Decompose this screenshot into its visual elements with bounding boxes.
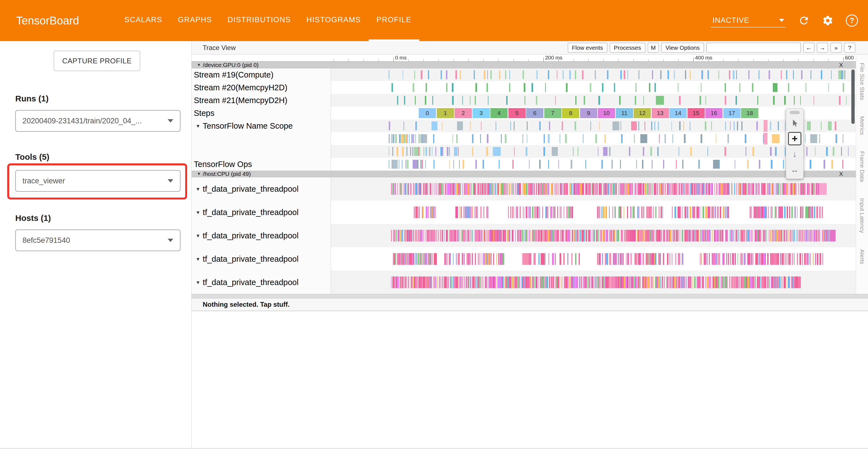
step-block[interactable]: 5 — [508, 108, 526, 118]
view-options-button[interactable]: View Options — [661, 43, 704, 53]
step-block[interactable]: 12 — [633, 108, 651, 118]
cpu-section-header[interactable]: ▾ /host:CPU (pid 49) X — [192, 171, 856, 177]
trace-mark — [677, 183, 677, 195]
zoom-tool-button[interactable]: + — [788, 132, 801, 145]
track-content[interactable] — [331, 132, 856, 145]
step-block[interactable]: 13 — [652, 108, 669, 118]
step-block[interactable]: 8 — [562, 108, 579, 118]
nav-fast-button[interactable]: » — [831, 43, 842, 53]
step-block[interactable]: 15 — [687, 108, 705, 118]
track-label[interactable] — [192, 145, 331, 158]
track-content[interactable] — [331, 271, 856, 294]
status-dropdown[interactable]: INACTIVE — [711, 14, 786, 28]
collapse-arrow-icon[interactable]: ▾ — [196, 256, 199, 262]
track-label[interactable]: Steps — [192, 107, 331, 119]
tab-graphs[interactable]: GRAPHS — [170, 0, 220, 41]
track-label[interactable]: ▾tf_data_private_threadpool — [192, 224, 331, 247]
refresh-icon[interactable] — [798, 15, 810, 26]
drag-handle[interactable] — [790, 111, 800, 114]
m-button[interactable]: M — [648, 43, 659, 53]
collapse-arrow-icon[interactable]: ▾ — [196, 186, 199, 192]
trace-search-input[interactable] — [706, 43, 801, 53]
gear-icon[interactable] — [822, 15, 834, 26]
track-label[interactable]: ▾tf_data_private_threadpool — [192, 271, 331, 294]
side-tab-alerts[interactable]: Alerts — [859, 249, 866, 264]
step-block[interactable]: 1 — [437, 108, 454, 118]
trace-mark — [458, 276, 459, 288]
cpu-close-button[interactable]: X — [839, 171, 843, 177]
step-block[interactable]: 2 — [455, 108, 472, 118]
step-block[interactable]: 14 — [670, 108, 687, 118]
collapse-arrow-icon[interactable]: ▾ — [196, 209, 199, 216]
trace-mark — [658, 121, 659, 130]
track-label[interactable]: TensorFlow Ops — [192, 158, 331, 171]
track-content[interactable] — [331, 119, 856, 132]
tab-distributions[interactable]: DISTRIBUTIONS — [220, 0, 299, 41]
step-block[interactable]: 4 — [490, 108, 507, 118]
gpu-close-button[interactable]: X — [839, 62, 843, 68]
track-content[interactable] — [331, 94, 856, 107]
tab-scalars[interactable]: SCALARS — [117, 0, 170, 41]
track-content[interactable] — [331, 145, 856, 158]
side-tab-metrics[interactable]: Metrics — [859, 116, 866, 135]
panel-splitter[interactable] — [192, 294, 868, 298]
nav-right-button[interactable]: → — [817, 43, 828, 53]
track-label[interactable]: ▾tf_data_private_threadpool — [192, 201, 331, 224]
step-block[interactable]: 16 — [705, 108, 722, 118]
track-label[interactable]: Stream #21(MemcpyD2H) — [192, 94, 331, 107]
side-tab-input-latency[interactable]: Input Latency — [859, 198, 866, 233]
processes-button[interactable]: Processes — [610, 43, 645, 53]
track-label[interactable]: ▾tf_data_private_threadpool — [192, 177, 331, 201]
selection-tool-button[interactable] — [788, 116, 801, 130]
trace-help-button[interactable]: ? — [844, 43, 855, 53]
trace-mark — [747, 276, 749, 288]
track-label[interactable]: Stream #19(Compute) — [192, 68, 331, 81]
track-content[interactable] — [331, 68, 856, 81]
track-label-text: TensorFlow Name Scope — [203, 121, 293, 130]
track-content[interactable] — [331, 201, 856, 224]
track-label[interactable] — [192, 132, 331, 145]
track-content[interactable]: 0123456789101112131415161718 — [331, 107, 856, 119]
trace-mark — [690, 121, 690, 130]
step-block[interactable]: 7 — [544, 108, 561, 118]
track-content[interactable] — [331, 247, 856, 271]
track-content[interactable] — [331, 224, 856, 247]
trace-mark — [681, 183, 683, 195]
track-content[interactable] — [331, 81, 856, 94]
timing-tool-button[interactable]: ↔ — [788, 163, 801, 176]
tab-profile[interactable]: PROFILE — [369, 0, 419, 41]
nav-left-button[interactable]: ← — [803, 43, 814, 53]
side-tab-file-size-stats[interactable]: File Size Stats — [859, 63, 866, 100]
track-content[interactable] — [331, 158, 856, 171]
runs-dropdown[interactable]: 20200409-231431/train/2020_04_... — [15, 110, 181, 132]
pan-tool-button[interactable]: ↓ — [788, 148, 801, 161]
track-label[interactable]: ▾TensorFlow Name Scope — [192, 119, 331, 132]
capture-profile-button[interactable]: CAPTURE PROFILE — [54, 51, 140, 71]
tools-dropdown[interactable]: trace_viewer — [15, 170, 181, 192]
collapse-arrow-icon[interactable]: ▾ — [198, 171, 200, 177]
tab-histograms[interactable]: HISTOGRAMS — [299, 0, 369, 41]
vertical-scrollbar[interactable] — [851, 69, 855, 124]
trace-mark — [545, 83, 546, 92]
step-block[interactable]: 10 — [598, 108, 615, 118]
collapse-arrow-icon[interactable]: ▾ — [196, 232, 199, 239]
step-block[interactable]: 6 — [526, 108, 544, 118]
step-block[interactable]: 17 — [723, 108, 741, 118]
collapse-arrow-icon[interactable]: ▾ — [196, 279, 199, 286]
step-block[interactable]: 3 — [473, 108, 490, 118]
step-block[interactable]: 9 — [580, 108, 597, 118]
step-block[interactable]: 18 — [741, 108, 758, 118]
help-icon[interactable]: ? — [846, 14, 858, 27]
gpu-section-header[interactable]: ▾ /device:GPU:0 (pid 0) X — [192, 62, 856, 68]
flow-events-button[interactable]: Flow events — [568, 43, 607, 53]
step-block[interactable]: 11 — [616, 108, 633, 118]
track-content[interactable] — [331, 177, 856, 201]
collapse-arrow-icon[interactable]: ▾ — [198, 62, 200, 68]
side-tab-frame-data[interactable]: Frame Data — [859, 151, 866, 182]
track-label[interactable]: Stream #20(MemcpyH2D) — [192, 81, 331, 94]
track-label[interactable]: ▾tf_data_private_threadpool — [192, 247, 331, 271]
step-block[interactable]: 0 — [419, 108, 436, 118]
trace-mark — [709, 206, 710, 218]
hosts-dropdown[interactable]: 8efc5e791540 — [15, 230, 181, 251]
collapse-arrow-icon[interactable]: ▾ — [196, 122, 199, 129]
